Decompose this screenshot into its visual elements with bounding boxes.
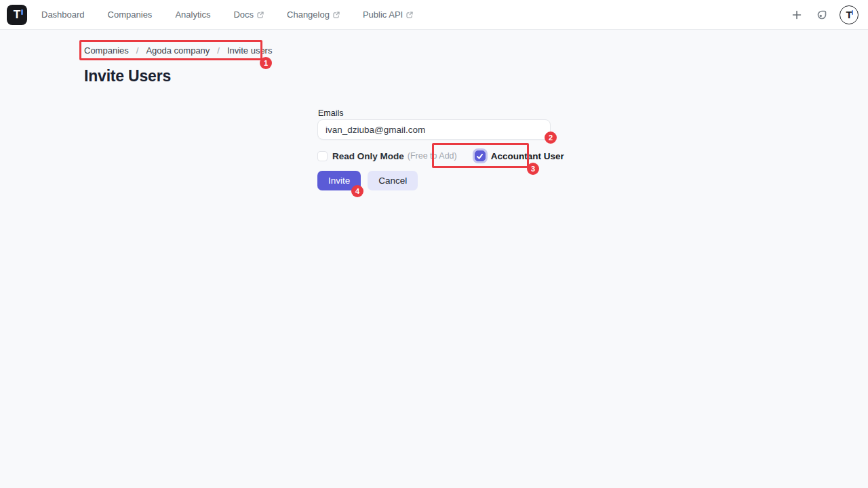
- emails-label: Emails: [318, 108, 344, 118]
- top-navbar: T Dashboard Companies Analytics Docs: [0, 0, 868, 30]
- plus-icon: [792, 10, 802, 20]
- main-nav: Dashboard Companies Analytics Docs: [41, 9, 413, 20]
- external-link-icon: [333, 12, 340, 18]
- nav-item-changelog[interactable]: Changelog: [287, 9, 340, 20]
- nav-item-public-api[interactable]: Public API: [363, 9, 413, 20]
- announcements-icon: [815, 8, 829, 22]
- checkmark-icon: [476, 152, 484, 160]
- app-logo[interactable]: T: [7, 5, 27, 25]
- announcements-button[interactable]: [814, 7, 829, 22]
- read-only-mode-checkbox[interactable]: [317, 151, 328, 161]
- checkbox-row: Read Only Mode (Free to Add) Accountant …: [317, 145, 564, 167]
- accountant-user-checkbox[interactable]: [475, 150, 486, 161]
- app-logo-accent: [21, 9, 23, 15]
- app-logo-letter: T: [14, 9, 20, 20]
- breadcrumb-separator: /: [136, 45, 139, 56]
- annotation-badge-1: 1: [260, 57, 272, 69]
- breadcrumb-item-agoda-company[interactable]: Agoda company: [146, 45, 210, 56]
- nav-item-dashboard[interactable]: Dashboard: [41, 9, 85, 20]
- accountant-user-label[interactable]: Accountant User: [491, 151, 564, 161]
- nav-item-companies[interactable]: Companies: [108, 9, 153, 20]
- topbar-actions: T: [789, 5, 859, 24]
- breadcrumb-item-invite-users[interactable]: Invite users: [227, 45, 272, 56]
- nav-item-analytics[interactable]: Analytics: [175, 9, 210, 20]
- user-avatar[interactable]: T: [840, 5, 859, 24]
- form-actions: Invite Cancel: [317, 171, 418, 190]
- invite-button[interactable]: Invite: [317, 171, 361, 190]
- cancel-button[interactable]: Cancel: [368, 171, 418, 190]
- external-link-icon: [257, 12, 264, 18]
- avatar-logo-accent: [852, 10, 854, 15]
- nav-item-docs[interactable]: Docs: [233, 9, 264, 20]
- read-only-mode-hint: (Free to Add): [408, 151, 457, 161]
- external-link-icon: [406, 12, 413, 18]
- breadcrumb-separator: /: [217, 45, 220, 56]
- app-window: T Dashboard Companies Analytics Docs: [0, 0, 868, 488]
- breadcrumb-item-companies[interactable]: Companies: [84, 45, 129, 56]
- add-button[interactable]: [789, 7, 804, 22]
- read-only-mode-label[interactable]: Read Only Mode: [332, 151, 404, 161]
- breadcrumb: Companies / Agoda company / Invite users: [84, 45, 272, 56]
- emails-input[interactable]: [317, 119, 551, 140]
- page-title: Invite Users: [84, 67, 171, 85]
